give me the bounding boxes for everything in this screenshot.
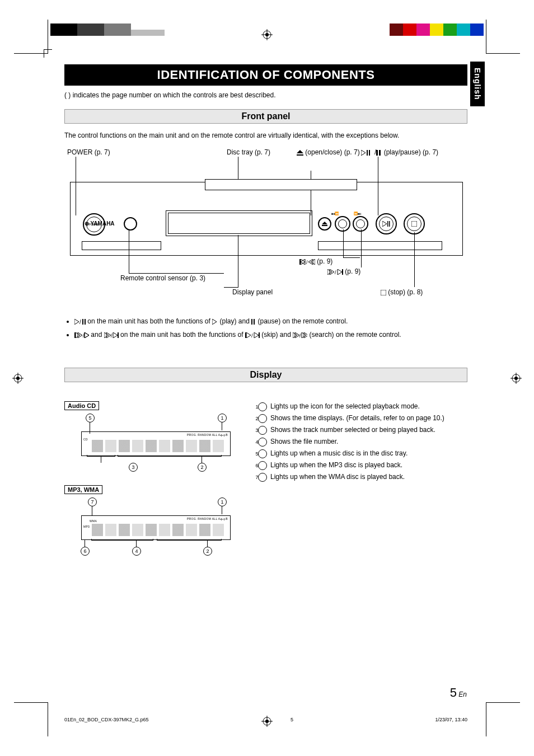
svg-rect-19 — [376, 150, 378, 156]
footer: 01En_02_BOD_CDX-397MK2_G.p65 5 1/23/07, … — [64, 717, 467, 722]
svg-rect-27 — [389, 221, 390, 227]
front-panel-intro: The control functions on the main unit a… — [64, 132, 467, 139]
svg-marker-16 — [361, 150, 366, 156]
svg-text:/: / — [306, 260, 308, 265]
legend-item-4: 4Shows the file number. — [258, 436, 465, 447]
svg-marker-60 — [246, 332, 251, 338]
svg-marker-21 — [297, 150, 303, 153]
label-open-close: (open/close) (p. 7) — [297, 148, 360, 157]
label-play-pause: / (play/pause) (p. 7) — [361, 148, 438, 157]
svg-marker-23 — [322, 222, 327, 224]
svg-rect-24 — [322, 225, 327, 226]
svg-rect-43 — [82, 319, 83, 325]
svg-rect-46 — [251, 319, 252, 325]
svg-rect-17 — [367, 150, 368, 156]
legend-item-6: 6Lights up when the MP3 disc is played b… — [258, 460, 465, 470]
svg-marker-57 — [113, 332, 118, 338]
front-panel-diagram: POWER (p. 7) Disc tray (p. 7) / (play/pa… — [64, 148, 467, 305]
crop-mark — [14, 702, 48, 736]
eject-icon — [297, 149, 303, 157]
display-diagram-mp3-wma: 7 1 MP3 WMA PROG. RANDOM ALL AB 6 — [64, 497, 232, 559]
footer-datetime: 1/23/07, 13:40 — [435, 717, 467, 722]
section-display: Display — [64, 368, 467, 382]
svg-marker-45 — [212, 319, 217, 325]
footer-page: 5 — [291, 717, 293, 722]
registration-mark-icon — [510, 373, 522, 384]
svg-text:/: / — [299, 333, 301, 338]
audio-cd-label: Audio CD — [64, 401, 99, 410]
front-panel-notes: / on the main unit has both the function… — [64, 316, 467, 341]
svg-rect-28 — [411, 221, 417, 227]
svg-rect-18 — [369, 150, 370, 156]
svg-text:/: / — [111, 333, 113, 338]
stop-icon — [381, 289, 386, 297]
page-title: IDENTIFICATION OF COMPONENTS — [64, 64, 467, 86]
legend-item-2: 2Shows the time displays. (For details, … — [258, 413, 465, 423]
label-power: POWER (p. 7) — [67, 148, 110, 156]
svg-marker-53 — [85, 332, 89, 338]
label-stop: (stop) (p. 8) — [381, 288, 423, 297]
svg-marker-31 — [301, 259, 305, 265]
color-swatches-left — [50, 24, 165, 36]
note-skip-search: / and / on the main unit has both the fu… — [74, 330, 467, 341]
display-diagram-audio-cd: 5 1 CD PROG. RANDOM ALL AB — [64, 414, 232, 475]
section-front-panel: Front panel — [64, 109, 467, 124]
color-swatches-right — [390, 24, 484, 36]
label-disc-tray: Disc tray (p. 7) — [227, 148, 270, 156]
legend-item-7: 7Lights up when the WMA disc is played b… — [258, 472, 465, 482]
label-prev-search: / (p. 9) — [299, 257, 332, 266]
svg-rect-20 — [379, 150, 381, 156]
label-display-panel: Display panel — [232, 288, 273, 296]
mp3-wma-label: MP3, WMA — [64, 485, 102, 494]
legend-item-5: 5Lights up when a music disc is in the d… — [258, 448, 465, 458]
registration-mark-icon — [12, 373, 24, 384]
svg-marker-38 — [338, 269, 342, 275]
svg-rect-26 — [387, 221, 388, 227]
legend-item-3: 3Shows the track number selected or bein… — [258, 425, 465, 435]
registration-mark-icon — [261, 29, 273, 40]
legend-item-1: 1Lights up the icon for the selected pla… — [258, 401, 465, 411]
skip-prev-icon: / — [299, 259, 315, 266]
language-tab: English — [470, 62, 485, 106]
skip-next-icon: / — [327, 269, 343, 276]
svg-text:/: / — [335, 270, 336, 275]
svg-marker-41 — [74, 319, 79, 325]
svg-marker-25 — [382, 221, 387, 227]
svg-marker-62 — [254, 332, 259, 338]
display-legend: 1Lights up the icon for the selected pla… — [258, 401, 465, 482]
svg-marker-52 — [85, 332, 89, 338]
svg-rect-47 — [254, 319, 255, 325]
play-pause-icon — [361, 149, 374, 157]
crop-mark — [486, 20, 520, 54]
svg-rect-22 — [297, 154, 303, 156]
page-note: ( ) indicates the page number on which t… — [64, 91, 467, 99]
svg-text:/: / — [79, 319, 81, 325]
note-play-pause: / on the main unit has both the function… — [74, 316, 467, 327]
footer-filename: 01En_02_BOD_CDX-397MK2_G.p65 — [64, 717, 149, 722]
label-next-search: / (p. 9) — [327, 267, 360, 276]
crop-mark — [486, 702, 520, 736]
page-number: 5 En — [450, 685, 467, 700]
svg-rect-40 — [381, 290, 386, 295]
crop-mark — [14, 20, 48, 54]
svg-marker-30 — [301, 259, 305, 265]
label-remote-sensor: Remote control sensor (p. 3) — [120, 274, 205, 282]
svg-text:/: / — [251, 333, 253, 338]
